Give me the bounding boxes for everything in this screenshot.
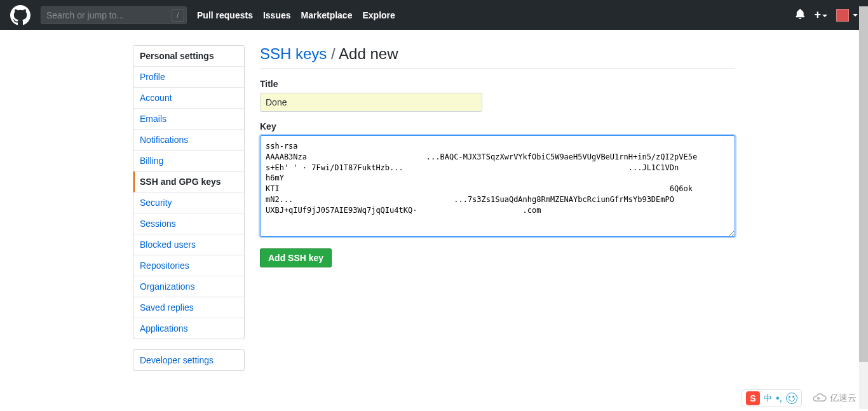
- ime-lang-indicator: 中: [764, 393, 772, 404]
- sidebar-item-repositories[interactable]: Repositories: [133, 255, 244, 276]
- avatar: [836, 9, 849, 22]
- page-title: SSH keys / Add new: [260, 45, 735, 69]
- smiley-icon: [786, 393, 797, 404]
- scrollbar-thumb[interactable]: [859, 6, 868, 362]
- title-input[interactable]: [260, 93, 482, 112]
- ime-badge[interactable]: S 中 •,: [742, 389, 802, 407]
- search-slash-hint: /: [172, 9, 184, 22]
- key-label: Key: [260, 121, 735, 131]
- sidebar-item-ssh-gpg-keys[interactable]: SSH and GPG keys: [133, 172, 244, 192]
- ime-punct-indicator: •,: [776, 393, 782, 403]
- breadcrumb-current: Add new: [339, 45, 398, 62]
- sidebar-item-account[interactable]: Account: [133, 88, 244, 109]
- developer-settings-menu: Developer settings: [133, 349, 245, 371]
- sidebar-item-security[interactable]: Security: [133, 192, 244, 213]
- watermark-text: 亿速云: [830, 393, 857, 404]
- search-input[interactable]: [41, 6, 187, 24]
- breadcrumb-ssh-keys[interactable]: SSH keys: [260, 45, 327, 62]
- top-right-controls: +: [795, 8, 858, 22]
- nav-issues[interactable]: Issues: [263, 10, 291, 20]
- primary-nav: Pull requests Issues Marketplace Explore: [197, 10, 395, 20]
- sidebar-item-developer-settings[interactable]: Developer settings: [133, 350, 244, 370]
- sidebar-item-blocked-users[interactable]: Blocked users: [133, 234, 244, 255]
- key-field-group: Key: [260, 121, 735, 239]
- personal-settings-menu: Personal settings Profile Account Emails…: [133, 45, 245, 339]
- sidebar-item-saved-replies[interactable]: Saved replies: [133, 297, 244, 318]
- title-field-group: Title: [260, 79, 735, 112]
- vertical-scrollbar[interactable]: [859, 6, 868, 409]
- github-logo[interactable]: [10, 5, 31, 25]
- settings-sidebar: Personal settings Profile Account Emails…: [133, 45, 245, 381]
- top-navigation: / Pull requests Issues Marketplace Explo…: [0, 0, 868, 30]
- watermark-badge[interactable]: 亿速云: [810, 393, 857, 404]
- search-box: /: [41, 6, 187, 24]
- notifications-icon[interactable]: [795, 9, 805, 21]
- sidebar-item-profile[interactable]: Profile: [133, 67, 244, 88]
- ime-overlay: S 中 •, 亿速云: [742, 389, 857, 407]
- main-content: SSH keys / Add new Title Key Add SSH key: [260, 45, 735, 381]
- title-label: Title: [260, 79, 735, 89]
- sidebar-item-applications[interactable]: Applications: [133, 318, 244, 339]
- sidebar-header: Personal settings: [133, 46, 244, 67]
- nav-explore[interactable]: Explore: [362, 10, 395, 20]
- key-textarea[interactable]: [260, 135, 735, 237]
- sogou-icon: S: [746, 391, 760, 405]
- sidebar-item-notifications[interactable]: Notifications: [133, 130, 244, 151]
- sidebar-item-billing[interactable]: Billing: [133, 151, 244, 172]
- caret-down-icon: [853, 14, 858, 17]
- sidebar-item-sessions[interactable]: Sessions: [133, 213, 244, 234]
- add-ssh-key-button[interactable]: Add SSH key: [260, 248, 332, 267]
- create-new-dropdown[interactable]: +: [814, 8, 827, 22]
- sidebar-item-organizations[interactable]: Organizations: [133, 276, 244, 297]
- caret-down-icon: [822, 15, 827, 17]
- breadcrumb-separator: /: [327, 45, 339, 62]
- user-menu[interactable]: [836, 9, 858, 22]
- nav-pull-requests[interactable]: Pull requests: [197, 10, 253, 20]
- nav-marketplace[interactable]: Marketplace: [301, 10, 353, 20]
- sidebar-item-emails[interactable]: Emails: [133, 109, 244, 130]
- svg-point-0: [818, 398, 820, 400]
